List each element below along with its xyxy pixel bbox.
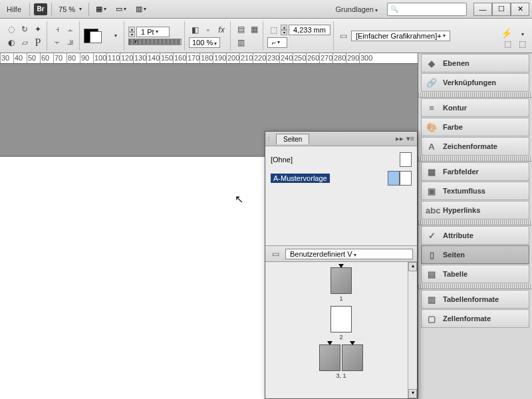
- pages-section: 1 2 3, 1 ▴ ▾: [265, 262, 417, 398]
- panel-button-attribute[interactable]: ✓Attribute: [421, 226, 529, 245]
- scroll-down-icon[interactable]: ▾: [408, 389, 417, 398]
- stroke-style-dropdown[interactable]: [128, 39, 182, 45]
- panel-menu-icon[interactable]: ▾≡: [406, 134, 414, 143]
- panel-button-tabellenformate[interactable]: ▥Tabellenformate: [421, 290, 529, 309]
- ellipse-icon[interactable]: ◌: [5, 23, 17, 35]
- document-page[interactable]: [0, 157, 266, 399]
- opacity-group: ◧▫fx 100 %: [186, 21, 231, 51]
- screen-mode-icon[interactable]: ▭: [113, 2, 129, 17]
- align-group: ⫞⫠ ⫟⫡: [49, 21, 80, 51]
- master-thumb[interactable]: [400, 171, 412, 186]
- panel-label: Textumfluss: [443, 187, 485, 195]
- masters-section: [Ohne] A-Mustervorlage: [265, 146, 417, 246]
- tabelle-icon: ▤: [426, 269, 438, 279]
- panel-collapse-icon[interactable]: ▸▸: [396, 134, 404, 143]
- stroke-weight-field[interactable]: 1 Pt: [136, 27, 170, 37]
- page-label: 2: [339, 334, 342, 340]
- workspace-dropdown[interactable]: Grundlagen: [331, 4, 384, 15]
- page-thumb-3b[interactable]: [342, 344, 363, 371]
- page-label: 3, 1: [336, 372, 346, 379]
- panel-button-verknüpfungen[interactable]: 🔗Verknüpfungen: [421, 73, 529, 92]
- pages-tab[interactable]: Seiten: [276, 134, 309, 144]
- panel-button-zellenformate[interactable]: ▢Zellenformate: [421, 309, 529, 328]
- align-h-icon[interactable]: ⫞: [51, 23, 63, 35]
- view-options-icon[interactable]: ▦: [93, 2, 109, 17]
- panel-button-textumfluss[interactable]: ▣Textumfluss: [421, 182, 529, 200]
- page-thumb-2[interactable]: [331, 306, 352, 332]
- panel-button-zeichenformate[interactable]: AZeichenformate: [421, 137, 529, 156]
- bridge-icon[interactable]: Br: [34, 3, 47, 15]
- corner-radius-field[interactable]: 4,233 mm: [289, 25, 331, 35]
- reflect-icon[interactable]: ◐: [5, 37, 17, 49]
- blend-icon[interactable]: ▫: [202, 24, 214, 36]
- section-marker-icon: [350, 341, 355, 345]
- panel-label: Tabelle: [443, 270, 467, 278]
- arrange-docs-icon[interactable]: ▥: [133, 2, 149, 17]
- attribute-icon: ✓: [426, 231, 438, 241]
- panel-button-tabelle[interactable]: ▤Tabelle: [421, 265, 529, 283]
- corner-spinner[interactable]: ▴▾: [281, 25, 287, 35]
- minimize-button[interactable]: —: [473, 3, 492, 16]
- right-panel-dock: ◆Ebenen🔗Verknüpfungen≡Kontur🎨FarbeAZeich…: [418, 53, 532, 399]
- panel-label: Kontur: [443, 104, 467, 112]
- panel-label: Attribute: [443, 231, 473, 239]
- corner-icon[interactable]: ⬚: [267, 24, 279, 36]
- panel-button-farbfelder[interactable]: ▦Farbfelder: [421, 162, 529, 181]
- object-style-group: ▭ [Einfacher Grafikrahmen]+ ⬚⬚: [335, 21, 453, 51]
- scroll-up-icon[interactable]: ▴: [408, 262, 417, 271]
- stroke-spinner[interactable]: ▴▾: [128, 27, 135, 37]
- new-style-icon[interactable]: ⬚: [501, 38, 513, 50]
- frame-icon[interactable]: ▭: [338, 30, 350, 42]
- panel-scrollbar[interactable]: ▴ ▾: [408, 262, 417, 398]
- panel-button-farbe[interactable]: 🎨Farbe: [421, 118, 529, 136]
- page-thumb-3[interactable]: [319, 344, 340, 371]
- zeichenformate-icon: A: [426, 142, 438, 152]
- align-v-icon[interactable]: ⫟: [51, 37, 63, 49]
- rotate-icon[interactable]: ↻: [19, 23, 31, 35]
- page-size-icon[interactable]: ▭: [269, 248, 281, 260]
- fx-icon[interactable]: fx: [215, 24, 227, 36]
- panel-button-kontur[interactable]: ≡Kontur: [421, 98, 529, 117]
- zoom-dropdown[interactable]: 75 %: [56, 4, 84, 15]
- distribute-h-icon[interactable]: ⫠: [65, 23, 76, 35]
- corner-shape-dropdown[interactable]: ⌐: [267, 37, 287, 48]
- master-thumb[interactable]: [400, 152, 412, 167]
- wrap-none-icon[interactable]: ▤: [235, 23, 247, 35]
- wrap-bbox-icon[interactable]: ▦: [248, 23, 260, 35]
- fill-swatch[interactable]: [84, 29, 98, 43]
- master-thumb[interactable]: [388, 171, 400, 186]
- opacity-field[interactable]: 100 %: [189, 37, 220, 48]
- quick-apply-icon[interactable]: ⚡: [501, 28, 512, 39]
- control-bar: ◌↻✦ ◐▱P ⫞⫠ ⫟⫡ ▴▾ 1 Pt ◧▫fx 100 % ▤▦ ▥ ⬚ …: [0, 19, 532, 53]
- close-button[interactable]: ✕: [511, 3, 529, 16]
- help-menu[interactable]: Hilfe: [3, 4, 25, 15]
- control-menu-icon[interactable]: [516, 28, 528, 40]
- distribute-v-icon[interactable]: ⫡: [65, 37, 76, 49]
- p-icon[interactable]: P: [32, 37, 44, 49]
- horizontal-ruler[interactable]: 3040506070809010011012013014015016017018…: [0, 53, 418, 64]
- panel-tabbar[interactable]: ⋮ Seiten ▸▸▾≡: [265, 132, 417, 146]
- panel-grip-icon[interactable]: ⋮: [265, 136, 272, 142]
- panel-button-ebenen[interactable]: ◆Ebenen: [421, 54, 529, 72]
- corner-group: ⬚ ▴▾ 4,233 mm ⌐: [265, 21, 334, 51]
- swatch-dropdown-icon[interactable]: [109, 30, 121, 42]
- textumfluss-icon: ▣: [426, 186, 438, 196]
- wrap-shape-icon[interactable]: ▥: [235, 37, 247, 49]
- panel-label: Farbfelder: [443, 168, 479, 176]
- page-size-dropdown[interactable]: Benutzerdefiniert V: [285, 249, 413, 259]
- tabellenformate-icon: ▥: [426, 295, 438, 305]
- master-a-row[interactable]: A-Mustervorlage: [269, 169, 413, 188]
- opacity-icon[interactable]: ◧: [189, 24, 201, 36]
- search-input[interactable]: [387, 3, 467, 16]
- maximize-button[interactable]: ☐: [492, 3, 511, 16]
- shear-icon[interactable]: ▱: [19, 37, 31, 49]
- master-none-row[interactable]: [Ohne]: [269, 150, 413, 169]
- panel-button-seiten[interactable]: ▯Seiten: [421, 245, 529, 264]
- panel-label: Seiten: [443, 251, 465, 259]
- verknüpfungen-icon: 🔗: [426, 78, 438, 88]
- seiten-icon: ▯: [426, 250, 438, 260]
- object-style-dropdown[interactable]: [Einfacher Grafikrahmen]+: [351, 31, 450, 41]
- panel-button-hyperlinks[interactable]: abcHyperlinks: [421, 201, 529, 219]
- star-icon[interactable]: ✦: [32, 23, 44, 35]
- page-thumb-1[interactable]: [331, 267, 352, 294]
